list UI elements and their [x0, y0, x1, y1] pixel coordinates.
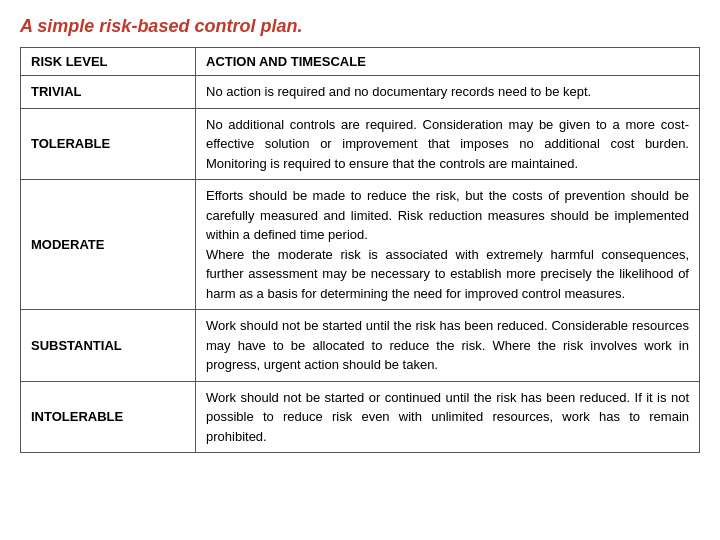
table-row: INTOLERABLEWork should not be started or… [21, 381, 700, 453]
action-cell: No action is required and no documentary… [196, 76, 700, 109]
table-row: TRIVIALNo action is required and no docu… [21, 76, 700, 109]
risk-level-cell: SUBSTANTIAL [21, 310, 196, 382]
page-title: A simple risk-based control plan. [20, 16, 700, 37]
action-cell: Efforts should be made to reduce the ris… [196, 180, 700, 310]
risk-level-cell: MODERATE [21, 180, 196, 310]
risk-level-cell: TOLERABLE [21, 108, 196, 180]
risk-level-cell: INTOLERABLE [21, 381, 196, 453]
header-risk-level: RISK LEVEL [21, 48, 196, 76]
table-row: TOLERABLENo additional controls are requ… [21, 108, 700, 180]
table-row: MODERATEEfforts should be made to reduce… [21, 180, 700, 310]
table-row: SUBSTANTIALWork should not be started un… [21, 310, 700, 382]
action-cell: Work should not be started or continued … [196, 381, 700, 453]
action-cell: No additional controls are required. Con… [196, 108, 700, 180]
header-action-timescale: ACTION AND TIMESCALE [196, 48, 700, 76]
risk-table: RISK LEVEL ACTION AND TIMESCALE TRIVIALN… [20, 47, 700, 453]
action-cell: Work should not be started until the ris… [196, 310, 700, 382]
risk-level-cell: TRIVIAL [21, 76, 196, 109]
